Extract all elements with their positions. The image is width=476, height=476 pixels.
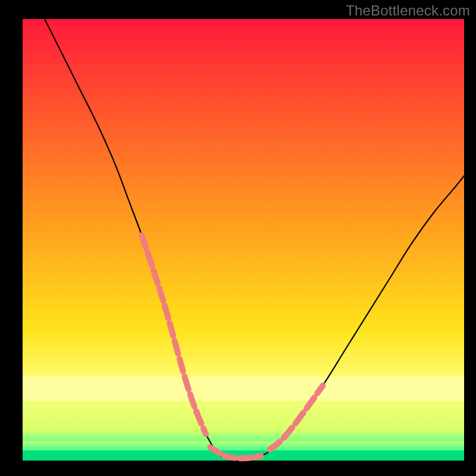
band-overlay-0: [23, 377, 464, 401]
chart-frame: TheBottleneck.com: [0, 0, 476, 476]
band-overlay-2: [23, 444, 464, 447]
bottleneck-chart: [0, 0, 476, 476]
band-overlay-1: [23, 441, 464, 444]
band-overlay-3: [23, 447, 464, 450]
